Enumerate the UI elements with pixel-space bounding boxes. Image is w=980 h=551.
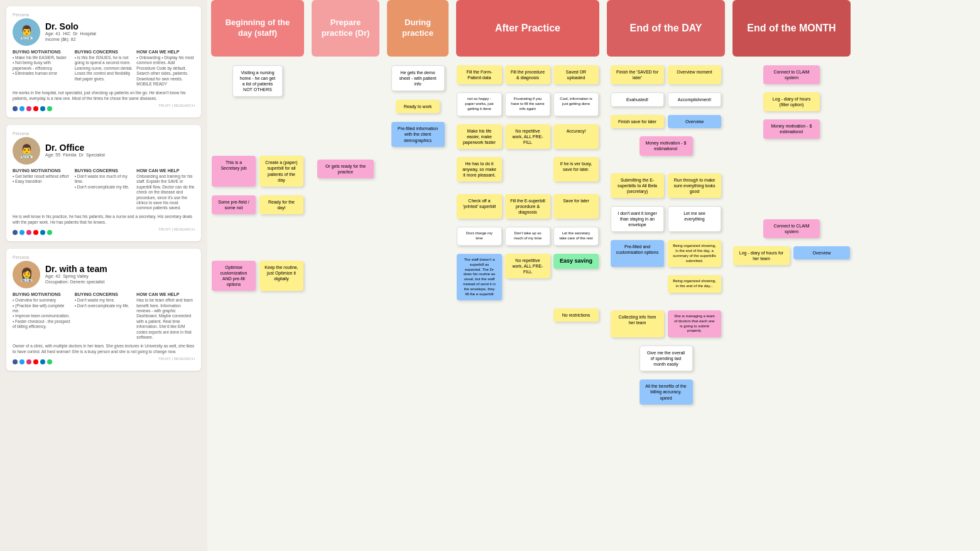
sticky-finish-save: Finish save for later (611, 115, 664, 128)
col-header-endday: End of the DAY (607, 0, 725, 57)
col-header-after: After Practice (456, 0, 599, 57)
cloud-doct-charge: Doct charge my time (457, 227, 502, 246)
how-help-title-office: HOW CAN WE HELP (136, 168, 195, 173)
sticky-connect-claim-1: Connect to CLAIM system (763, 65, 820, 84)
cloud-accomplishment: Accomplishment! (668, 92, 721, 107)
sticky-managing-team: She is managing a team of doctors that e… (668, 310, 721, 337)
social-solo (13, 106, 52, 111)
column-prepare: Prepare practice (Dr) Or gets ready for … (308, 0, 383, 551)
buying-concerns-title-office: BUYING CONCERNS (75, 168, 133, 173)
personas-panel: Persona 👨‍⚕️ Dr. Solo Age: 41HICDrHospit… (0, 0, 207, 551)
avatar-solo: 👨‍⚕️ (13, 18, 40, 46)
sticky-gets-ready: Or gets ready for the practice (317, 160, 374, 178)
buying-motivations-title-solo: BUYING MOTIVATIONS (13, 50, 71, 54)
persona-card-solo: Persona 👨‍⚕️ Dr. Solo Age: 41HICDrHospit… (6, 6, 201, 117)
trust-research-solo: TRUST | RESEARCH (158, 104, 195, 111)
persona-type-solo: Persona (13, 13, 195, 17)
buying-concerns-title-team: BUYING CONCERNS (75, 292, 133, 297)
persona-card-office: Persona 👨‍⚕️ Dr. Office Age: 55FloridaDr… (6, 125, 201, 241)
sticky-submitting-esuperbills: Submitting the E-superbills to All Beta … (611, 173, 664, 198)
cloud-exhausted: Exahusted! (611, 92, 664, 107)
persona-type-team: Persona (13, 255, 195, 259)
sticky-being-organized-2: Being organized showing, in the end of t… (668, 275, 721, 293)
sticky-overview-1: Overview (668, 115, 721, 128)
buying-motivations-office: • Get better result without effort• Easy… (13, 174, 71, 185)
persona-name-team: Dr. with a team (45, 264, 107, 274)
how-help-office: Onboarding and training for his staff. E… (136, 174, 195, 211)
column-endmonth: End of the MONTH Connect to CLAIM system… (729, 0, 854, 551)
buying-motivations-title-team: BUYING MOTIVATIONS (13, 292, 71, 297)
how-help-team: Has to be team effort and team benefit h… (136, 298, 195, 341)
sticky-visiting-nursing: Visiting a nursing home - he can get a l… (232, 65, 283, 97)
sticky-log-diary-team: Log - diary of hours for her team (733, 246, 790, 265)
cloud-frustrating: Frustrating if you have to fill the same… (505, 92, 550, 116)
col-header-during: During practice (387, 0, 449, 57)
buying-concerns-title-solo: BUYING CONCERNS (75, 50, 133, 54)
sticky-money-motivation-1: Money motivation - $ estimations! (640, 136, 693, 155)
sticky-optimise-customization: Optimise customization AND pre-fill opti… (212, 261, 256, 291)
sticky-keep-routine: Keep the routine, just Optimize it digit… (259, 261, 303, 291)
buying-concerns-office: • Don't waste too much of my time.• Don'… (75, 174, 133, 190)
sticky-check-printed: Check off a 'printed' superbill (457, 194, 502, 219)
sticky-overview-moment: Overview moment (668, 65, 721, 84)
buying-motivations-solo: • Make his life EASIER, faster• Not bein… (13, 55, 71, 77)
buying-concerns-team: • Don't waste my time.• Don't overcompli… (75, 298, 133, 308)
col-header-beginning: Beginning of the day (staff) (211, 0, 304, 57)
sticky-collecting-info: Collecting info from her team (611, 310, 664, 337)
col-header-endmonth: End of the MONTH (732, 0, 851, 57)
sticky-has-to-do-it: He has to do it anyway, so make it more … (457, 157, 502, 182)
sticky-no-repetitive-2: No repetitive work, ALL PRE-FILL (505, 254, 550, 278)
bio-team: Owner of a clinic, with multiple doctors… (13, 343, 195, 354)
sticky-create-superbill: Create a (paper) superbill for all patie… (259, 156, 303, 186)
sticky-money-motivation-2: Money motivation - $ estimations! (763, 119, 820, 138)
sticky-save-for-later: Save for later (553, 194, 599, 219)
sticky-ready-day: Ready for the day! (259, 195, 303, 214)
sticky-fill-procedure: Fill the procedure & diagnosis (505, 65, 550, 84)
how-help-title-team: HOW CAN WE HELP (136, 292, 195, 297)
sticky-all-benefits: All the benefits of the billing accuracy… (640, 379, 693, 404)
sticky-finish-saved-later: Finish the 'SAVED for later' (611, 65, 664, 84)
persona-name-office: Dr. Office (45, 143, 105, 153)
trust-research-team: TRUST | RESEARCH (158, 357, 195, 364)
persona-info-team: Age: 42Spring Valley (45, 274, 107, 278)
column-after: After Practice Fill the Form- Patient da… (452, 0, 603, 551)
sticky-connect-claim-2: Connect to CLAIM system (763, 219, 820, 238)
sticky-prefilled-custom: Pre-filled and customisation options (611, 240, 664, 267)
how-help-title-solo: HOW CAN WE HELP (136, 50, 195, 54)
cloud-overall-spending: Give me the overall of spending last mon… (640, 346, 693, 371)
sticky-prefilled-info: Pre-filled information with the client d… (391, 122, 445, 146)
avatar-office: 👨‍⚕️ (13, 137, 40, 165)
persona-type-office: Persona (13, 131, 195, 136)
sticky-log-diary-1: Log - diary of hours (filter option) (763, 92, 820, 111)
persona-info-office: Age: 55FloridaDrSpecialist (45, 153, 105, 157)
buying-concerns-solo: • Is this the ISSUES, he is not going to… (75, 55, 133, 82)
sticky-no-restrictions: No restrictions (553, 308, 599, 322)
cloud-cool-info: Cool, information is just getting done (553, 92, 599, 116)
sticky-make-life-easier: Make his life easier, make paperwork fas… (457, 124, 502, 149)
cloud-let-secretary: Let the secretary take care of the rest (553, 227, 599, 246)
columns-panel: Beginning of the day (staff) Visiting a … (207, 0, 980, 551)
sticky-staff-expected: The staff doesn't a superbill as expecte… (457, 254, 502, 300)
social-office (13, 230, 52, 235)
sticky-fill-form-patient: Fill the Form- Patient data (457, 65, 502, 84)
social-team (13, 359, 52, 364)
buying-motivations-team: • Overview for summary• (Practice like w… (13, 298, 71, 330)
persona-name-solo: Dr. Solo (45, 21, 96, 31)
cloud-not-happy: not so happy - paper works, just getting… (457, 92, 502, 116)
bio-office: He is well know in his practice, he has … (13, 214, 195, 225)
column-endday: End of the DAY Finish the 'SAVED for lat… (603, 0, 729, 551)
sticky-busy-save-later: If he is ver busy, save for later. (553, 157, 599, 182)
cloud-let-see-everything: Let me see everything (668, 206, 721, 232)
trust-research-office: TRUST | RESEARCH (158, 227, 195, 235)
how-help-solo: • Onboarding • Display his most common e… (136, 55, 195, 87)
column-beginning: Beginning of the day (staff) Visiting a … (207, 0, 308, 551)
sticky-overview-team: Overview (793, 246, 850, 259)
persona-card-team: Persona 👩‍⚕️ Dr. with a team Age: 42Spri… (6, 249, 201, 371)
sticky-being-organized-1: Being organized showing, in the end of t… (668, 240, 721, 267)
persona-info-solo: Age: 41HICDrHospital (45, 31, 96, 36)
column-during: During practice He gets the demo sheet -… (383, 0, 452, 551)
col-header-prepare: Prepare practice (Dr) (312, 0, 379, 57)
cloud-dont-want-longer: I don't want it longer than staying in a… (611, 206, 664, 232)
bio-solo: He works in the hospital, not specialist… (13, 90, 195, 101)
sticky-fill-esuperbill: Fill the E-superbill procedure & diagnos… (505, 194, 550, 219)
